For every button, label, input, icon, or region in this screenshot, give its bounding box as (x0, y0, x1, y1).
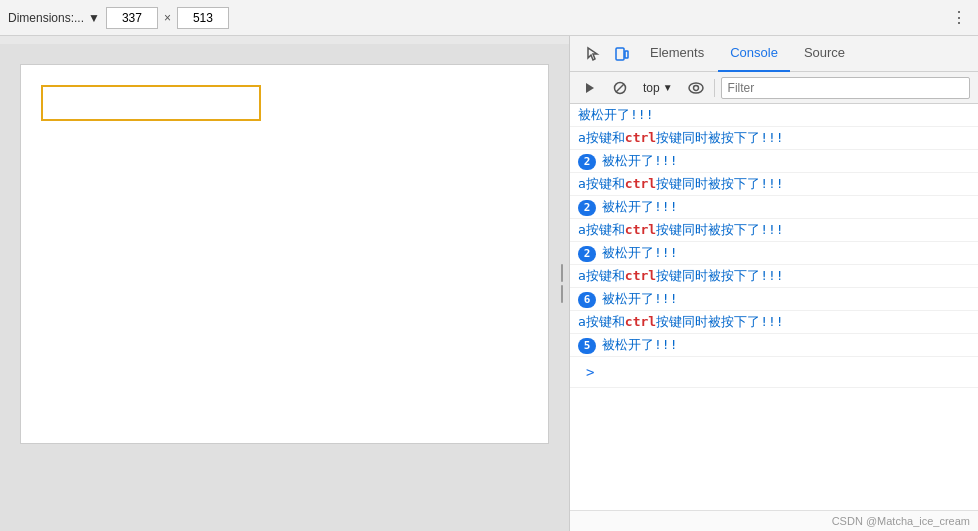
console-row: 被松开了!!! (570, 104, 978, 127)
console-badge: 2 (578, 246, 596, 262)
select-element-button[interactable] (578, 40, 606, 68)
scroll-indicator[interactable] (555, 254, 569, 314)
clear-console-button[interactable] (608, 76, 632, 100)
console-row: a按键和ctrl按键同时被按下了!!! (570, 219, 978, 242)
svg-marker-2 (586, 83, 594, 93)
console-text: 被松开了!!! (578, 106, 653, 124)
svg-point-5 (689, 83, 703, 93)
svg-rect-0 (616, 48, 624, 60)
cursor-icon (584, 46, 600, 62)
scroll-line (561, 264, 563, 282)
input-element[interactable] (41, 85, 261, 121)
dimensions-label: Dimensions:... ▼ (8, 11, 100, 25)
more-icon: ⋮ (951, 8, 966, 27)
visibility-button[interactable] (684, 76, 708, 100)
console-row: 6 被松开了!!! (570, 288, 978, 311)
footer-text: CSDN @Matcha_ice_cream (832, 515, 970, 527)
scroll-line (561, 285, 563, 303)
console-text: 被松开了!!! (602, 336, 677, 354)
devtools-panel: Elements Console Source (570, 36, 978, 531)
console-output: 被松开了!!! a按键和ctrl按键同时被按下了!!! 2 被松开了!!! a按… (570, 104, 978, 510)
dropdown-arrow[interactable]: ▼ (88, 11, 100, 25)
console-text: a按键和ctrl按键同时被按下了!!! (578, 221, 784, 239)
console-row: a按键和ctrl按键同时被按下了!!! (570, 265, 978, 288)
block-icon (613, 81, 627, 95)
toolbar-separator (714, 79, 715, 97)
svg-rect-1 (625, 51, 628, 58)
svg-line-4 (616, 84, 624, 92)
console-row: 2 被松开了!!! (570, 150, 978, 173)
webpage-preview (0, 44, 569, 531)
svg-point-6 (693, 85, 698, 90)
context-top-label: top (643, 81, 660, 95)
console-row: 5 被松开了!!! (570, 334, 978, 357)
console-badge: 2 (578, 154, 596, 170)
play-icon (583, 81, 597, 95)
console-row: a按键和ctrl按键同时被按下了!!! (570, 311, 978, 334)
console-row: 2 被松开了!!! (570, 242, 978, 265)
main-content: Elements Console Source (0, 36, 978, 531)
console-badge: 6 (578, 292, 596, 308)
width-input[interactable] (106, 7, 158, 29)
more-options-button[interactable]: ⋮ (946, 6, 970, 30)
console-text: 被松开了!!! (602, 290, 677, 308)
dimensions-text: Dimensions:... (8, 11, 84, 25)
console-text: 被松开了!!! (602, 198, 677, 216)
console-row: 2 被松开了!!! (570, 196, 978, 219)
devtools-tab-bar: Elements Console Source (570, 36, 978, 72)
console-badge: 2 (578, 200, 596, 216)
console-text: 被松开了!!! (602, 152, 677, 170)
context-dropdown[interactable]: top ▼ (638, 79, 678, 97)
tab-console[interactable]: Console (718, 36, 790, 72)
device-icon (614, 46, 630, 62)
context-dropdown-arrow: ▼ (663, 82, 673, 93)
console-toolbar: top ▼ (570, 72, 978, 104)
dimension-separator: × (164, 11, 171, 25)
console-footer: CSDN @Matcha_ice_cream (570, 510, 978, 531)
console-text: a按键和ctrl按键同时被按下了!!! (578, 313, 784, 331)
console-text: a按键和ctrl按键同时被按下了!!! (578, 129, 784, 147)
console-text: a按键和ctrl按键同时被按下了!!! (578, 267, 784, 285)
eye-icon (688, 82, 704, 94)
console-row: a按键和ctrl按键同时被按下了!!! (570, 127, 978, 150)
console-prompt-row[interactable]: > (570, 357, 978, 388)
execute-button[interactable] (578, 76, 602, 100)
top-toolbar: Dimensions:... ▼ × ⋮ (0, 0, 978, 36)
height-input[interactable] (177, 7, 229, 29)
console-row: a按键和ctrl按键同时被按下了!!! (570, 173, 978, 196)
console-prompt: > (578, 359, 602, 385)
left-panel (0, 36, 570, 531)
tab-elements[interactable]: Elements (638, 36, 716, 72)
webpage-content (20, 64, 549, 444)
console-text: a按键和ctrl按键同时被按下了!!! (578, 175, 784, 193)
console-badge: 5 (578, 338, 596, 354)
device-toggle-button[interactable] (608, 40, 636, 68)
tab-sources[interactable]: Source (792, 36, 857, 72)
console-filter-input[interactable] (721, 77, 970, 99)
console-text: 被松开了!!! (602, 244, 677, 262)
